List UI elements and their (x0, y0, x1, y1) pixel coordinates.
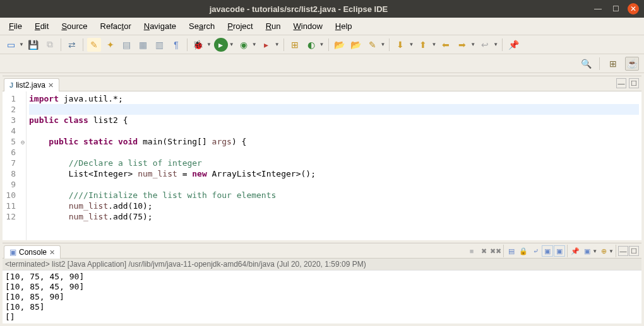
prev-ann-button[interactable]: ⬆ (416, 38, 430, 52)
new-class-dropdown[interactable]: ▼ (319, 42, 325, 47)
code-line[interactable]: public static void main(String[] args) { (29, 136, 639, 147)
minimize-button[interactable]: — (592, 3, 604, 15)
open-console-dropdown[interactable]: ▼ (609, 248, 614, 254)
code-line[interactable]: import java.util.*; (29, 93, 639, 104)
console-toolbar: ■ ✖ ✖✖ ▤ 🔒 ⤶ ▣ ▣ 📌 ▣▼ ⊕▼ — ☐ (466, 245, 639, 257)
console-tab[interactable]: ▣ Console ✕ (4, 245, 61, 259)
tab-close-icon[interactable]: ✕ (48, 81, 54, 90)
console-panel: ▣ Console ✕ ■ ✖ ✖✖ ▤ 🔒 ⤶ ▣ ▣ 📌 ▣▼ ⊕▼ — ☐… (3, 243, 641, 323)
console-tab-label: Console (19, 248, 47, 257)
run-button[interactable]: ▸ (214, 38, 228, 52)
debug-button[interactable]: 🐞 (191, 38, 205, 52)
menu-navigate[interactable]: Navigate (139, 20, 181, 33)
code-body[interactable]: import java.util.*; public class list2 {… (27, 91, 641, 240)
toggle-breadcrumb-button[interactable]: ✦ (104, 38, 117, 52)
ext-tools-dropdown[interactable]: ▼ (275, 42, 280, 47)
save-all-button[interactable]: ⧉ (43, 38, 57, 52)
remove-all-button[interactable]: ✖✖ (490, 245, 501, 257)
menu-file[interactable]: File (4, 20, 27, 33)
maximize-button[interactable]: ☐ (610, 3, 621, 15)
code-line[interactable] (29, 125, 639, 136)
run-dropdown[interactable]: ▼ (229, 42, 234, 47)
ext-tools-button[interactable]: ▸ (259, 38, 273, 52)
tab-label: list2.java (16, 81, 45, 90)
minimize-view-button[interactable]: — (616, 78, 626, 88)
link-editor-button[interactable]: ⇄ (65, 38, 79, 52)
code-line[interactable] (29, 104, 639, 115)
coverage-dropdown[interactable]: ▼ (252, 42, 257, 47)
menu-run[interactable]: Run (261, 20, 286, 33)
editor-tab-list2[interactable]: J list2.java ✕ (4, 78, 59, 91)
console-tabbar: ▣ Console ✕ ■ ✖ ✖✖ ▤ 🔒 ⤶ ▣ ▣ 📌 ▣▼ ⊕▼ — ☐ (3, 243, 641, 259)
menu-help[interactable]: Help (330, 20, 357, 33)
save-button[interactable]: 💾 (27, 38, 40, 52)
console-output[interactable]: [10, 75, 45, 90] [10, 85, 45, 90] [10, 8… (3, 271, 641, 323)
console-tab-close-icon[interactable]: ✕ (49, 248, 55, 257)
build-button[interactable]: ✎ (87, 38, 101, 52)
new-class-button[interactable]: ◐ (304, 38, 318, 52)
back-button[interactable]: ⬅ (439, 38, 453, 52)
fwd-button[interactable]: ➡ (455, 38, 469, 52)
editor-area: J list2.java ✕ — ☐ 12345⊖6789101112 impo… (3, 76, 641, 240)
new-button[interactable]: ▭ (4, 38, 18, 52)
fwd-dropdown[interactable]: ▼ (470, 42, 475, 47)
main-toolbar: ▭▼ 💾 ⧉ ⇄ ✎ ✦ ▤ ▦ ▥ ¶ 🐞▼ ▸▼ ◉▼ ▸▼ ⊞ ◐▼ 📂 … (0, 35, 644, 54)
show-console-button[interactable]: ▣ (542, 245, 553, 257)
code-line[interactable]: num_list.add(75); (29, 211, 639, 222)
block-sel-button[interactable]: ▦ (136, 38, 150, 52)
new-dropdown[interactable]: ▼ (19, 42, 24, 47)
terminate-button[interactable]: ■ (466, 245, 477, 257)
console-maximize-button[interactable]: ☐ (629, 246, 639, 256)
menu-edit[interactable]: Edit (30, 20, 54, 33)
display-console-button[interactable]: ▣ (581, 245, 593, 257)
search-button[interactable]: ✎ (366, 38, 379, 52)
pin-console-button[interactable]: 📌 (569, 245, 581, 257)
open-perspective-button[interactable]: ⊞ (606, 57, 620, 71)
pin-editor-button[interactable]: 📌 (506, 38, 520, 52)
code-line[interactable] (29, 179, 639, 190)
debug-dropdown[interactable]: ▼ (206, 42, 212, 47)
pilcrow-button[interactable]: ¶ (169, 38, 183, 52)
close-button[interactable]: ✕ (628, 3, 639, 15)
code-line[interactable]: num_list.add(10); (29, 201, 639, 211)
code-line[interactable]: ////Initialize the list with four elemen… (29, 190, 639, 201)
clear-console-button[interactable]: ▤ (506, 245, 517, 257)
last-edit-dropdown[interactable]: ▼ (493, 42, 498, 47)
java-perspective-button[interactable]: ☕ (625, 57, 639, 71)
menu-source[interactable]: Source (56, 20, 92, 33)
toggle-mark-button[interactable]: ▤ (120, 38, 134, 52)
menu-project[interactable]: Project (222, 20, 258, 33)
maximize-view-button[interactable]: ☐ (629, 78, 639, 88)
console-minimize-button[interactable]: — (618, 246, 628, 256)
window-controls: — ☐ ✕ (592, 3, 639, 15)
menu-search[interactable]: Search (184, 20, 220, 33)
code-line[interactable]: public class list2 { (29, 115, 639, 125)
quick-access-icon[interactable]: 🔍 (579, 57, 593, 71)
display-console-dropdown[interactable]: ▼ (592, 248, 597, 254)
show-stderr-button[interactable]: ▣ (554, 245, 565, 257)
editor-tabbar: J list2.java ✕ — ☐ (3, 76, 641, 91)
scroll-lock-button[interactable]: 🔒 (518, 245, 529, 257)
menu-refactor[interactable]: Refactor (95, 20, 136, 33)
search-dropdown[interactable]: ▼ (381, 42, 386, 47)
open-console-button[interactable]: ⊕ (598, 245, 609, 257)
show-ws-button[interactable]: ▥ (153, 38, 167, 52)
remove-launch-button[interactable]: ✖ (478, 245, 489, 257)
word-wrap-button[interactable]: ⤶ (530, 245, 541, 257)
new-java-button[interactable]: ⊞ (288, 38, 302, 52)
coverage-button[interactable]: ◉ (237, 38, 251, 52)
code-line[interactable] (29, 147, 639, 158)
menubar: File Edit Source Refactor Navigate Searc… (0, 18, 644, 35)
last-edit-button[interactable]: ↩ (478, 38, 492, 52)
next-ann-dropdown[interactable]: ▼ (408, 42, 414, 47)
code-line[interactable]: List<Integer> num_list = new ArrayList<I… (29, 168, 639, 179)
prev-ann-dropdown[interactable]: ▼ (431, 42, 436, 47)
next-ann-button[interactable]: ⬇ (393, 38, 407, 52)
code-line[interactable]: //Declare a list of integer (29, 158, 639, 168)
secondary-toolbar: 🔍 ⊞ ☕ (0, 54, 644, 73)
code-editor[interactable]: 12345⊖6789101112 import java.util.*; pub… (3, 91, 641, 240)
menu-window[interactable]: Window (289, 20, 328, 33)
open-task-button[interactable]: 📂 (349, 38, 363, 52)
console-icon: ▣ (9, 248, 16, 257)
open-type-button[interactable]: 📂 (333, 38, 347, 52)
